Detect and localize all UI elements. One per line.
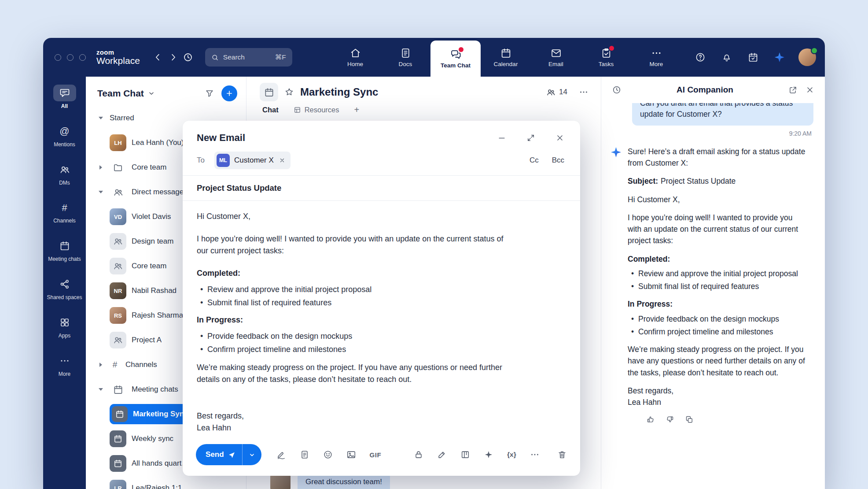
- encrypt-button[interactable]: [414, 450, 423, 459]
- tab-chat[interactable]: Chat: [262, 106, 279, 114]
- tab-label: Resources: [305, 106, 339, 114]
- new-chat-button[interactable]: [221, 85, 237, 101]
- calendar-icon: [110, 381, 126, 398]
- pop-out-button[interactable]: [788, 85, 798, 95]
- conversation-history-button[interactable]: [612, 85, 622, 95]
- bcc-button[interactable]: Bcc: [552, 156, 564, 165]
- avatar: VD: [110, 208, 126, 225]
- rail-item-more[interactable]: More: [43, 352, 86, 378]
- emoji-button[interactable]: [323, 450, 333, 459]
- more-tools-button[interactable]: [530, 450, 540, 459]
- send-options-button[interactable]: [243, 451, 261, 459]
- thumbs-down-button[interactable]: [666, 415, 674, 424]
- window-minimize-button[interactable]: [67, 54, 74, 61]
- item-label: Lea/Rajesh 1:1: [132, 484, 182, 489]
- rail-item-apps[interactable]: Apps: [43, 314, 86, 339]
- zoom-workplace-logo: zoom Workplace: [96, 49, 140, 66]
- email-greeting: Hi Customer X,: [628, 194, 807, 205]
- rail-item-meeting-chats[interactable]: Meeting chats: [43, 237, 86, 263]
- team-chat-icon: [450, 49, 461, 60]
- trash-icon: [557, 450, 567, 459]
- item-label: Project A: [132, 336, 162, 345]
- item-label: Core team: [132, 163, 166, 172]
- rail-label: Mentions: [54, 142, 75, 148]
- collapse-icon[interactable]: [97, 388, 104, 391]
- close-modal-button[interactable]: [555, 133, 564, 142]
- remove-recipient-button[interactable]: [279, 157, 285, 163]
- people-icon: [546, 88, 555, 97]
- subject-field[interactable]: Project Status Update: [183, 176, 580, 200]
- star-button[interactable]: [284, 87, 294, 97]
- avatar: LR: [110, 480, 126, 489]
- signature-pen-icon: [276, 450, 286, 459]
- insert-image-button[interactable]: [346, 450, 356, 459]
- more-options-button[interactable]: [579, 87, 588, 97]
- ai-compose-button[interactable]: [484, 450, 493, 459]
- sidebar-title-dropdown[interactable]: Team Chat: [97, 88, 155, 99]
- nav-more[interactable]: More: [631, 38, 681, 77]
- thumbs-up-button[interactable]: [646, 415, 655, 424]
- expand-icon[interactable]: [97, 363, 104, 367]
- nav-email[interactable]: Email: [531, 38, 581, 77]
- ai-companion-button[interactable]: [772, 50, 787, 65]
- email-body-editor[interactable]: Hi Customer X, I hope you’re doing well!…: [183, 201, 526, 437]
- user-prompt-bubble: Can you draft an email that provides a s…: [632, 103, 813, 126]
- chevron-right-icon: [168, 52, 178, 62]
- rail-item-shared-spaces[interactable]: Shared spaces: [43, 276, 86, 301]
- item-label: Design team: [132, 237, 173, 246]
- discard-draft-button[interactable]: [557, 450, 567, 459]
- add-tab-button[interactable]: +: [354, 105, 360, 115]
- member-count: 14: [559, 88, 567, 96]
- send-plane-icon: [228, 451, 235, 459]
- sidebar-item-lea-rajesh-1-1[interactable]: LR Lea/Rajesh 1:1: [86, 476, 246, 489]
- tab-resources[interactable]: Resources: [294, 106, 339, 114]
- ai-conversation: Can you draft an email that provides a s…: [601, 103, 825, 489]
- nav-tasks[interactable]: Tasks: [581, 38, 631, 77]
- notification-dot: [459, 47, 463, 52]
- calendar-events-button[interactable]: [746, 50, 761, 65]
- rail-item-mentions[interactable]: @ Mentions: [43, 123, 86, 148]
- cc-button[interactable]: Cc: [530, 156, 539, 165]
- edit-button[interactable]: [437, 450, 447, 459]
- avatar: LH: [110, 134, 126, 151]
- history-button[interactable]: [180, 50, 195, 65]
- layout-button[interactable]: [460, 450, 470, 459]
- nav-team-chat[interactable]: Team Chat: [430, 41, 481, 77]
- rail-item-all[interactable]: All: [43, 85, 86, 110]
- signature-button[interactable]: [276, 450, 286, 459]
- ai-response-body: Sure! Here’s a draft email asking for a …: [628, 146, 807, 424]
- close-panel-button[interactable]: [805, 85, 814, 94]
- window-close-button[interactable]: [55, 54, 61, 61]
- email-closing: We’re making steady progress on the proj…: [197, 362, 510, 385]
- help-button[interactable]: [693, 50, 708, 65]
- members-button[interactable]: 14: [546, 88, 567, 97]
- presence-indicator: [812, 48, 817, 53]
- search-input[interactable]: Search ⌘F: [205, 48, 292, 67]
- user-avatar[interactable]: [798, 48, 816, 66]
- window-zoom-button[interactable]: [79, 54, 86, 61]
- minimize-button[interactable]: [497, 133, 506, 142]
- expand-button[interactable]: [526, 133, 535, 142]
- expand-icon[interactable]: [97, 165, 104, 170]
- team-avatar-icon: [110, 258, 126, 274]
- gif-button[interactable]: GIF: [370, 451, 382, 459]
- filter-button[interactable]: [205, 89, 214, 98]
- attach-file-button[interactable]: [300, 450, 309, 459]
- rail-item-channels[interactable]: # Channels: [43, 199, 86, 224]
- forward-button[interactable]: [166, 50, 180, 65]
- nav-docs[interactable]: Docs: [380, 38, 430, 77]
- completed-heading: Completed:: [197, 267, 510, 279]
- calendar-icon: [53, 237, 76, 254]
- collapse-icon[interactable]: [97, 191, 104, 193]
- copy-button[interactable]: [685, 415, 694, 424]
- subject-label: Subject:: [628, 177, 658, 185]
- nav-home[interactable]: Home: [330, 38, 380, 77]
- nav-calendar[interactable]: Calendar: [481, 38, 531, 77]
- notifications-button[interactable]: [719, 50, 734, 65]
- collapse-icon[interactable]: [97, 117, 104, 119]
- recipient-chip[interactable]: ML Customer X: [214, 152, 291, 169]
- back-button[interactable]: [151, 50, 166, 65]
- code-snippet-button[interactable]: {x}: [507, 451, 516, 459]
- rail-item-dms[interactable]: DMs: [43, 161, 86, 186]
- send-button[interactable]: Send: [196, 450, 242, 459]
